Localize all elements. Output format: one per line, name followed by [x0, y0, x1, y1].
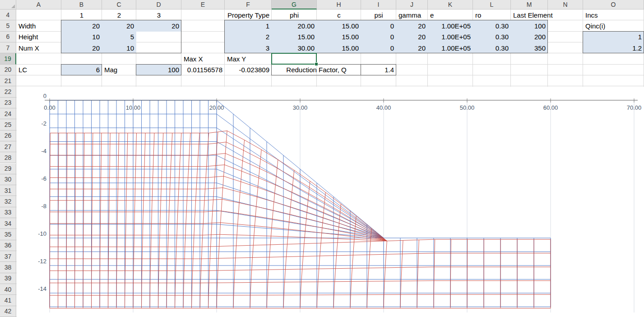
- cell-I20[interactable]: 1.4: [361, 65, 396, 75]
- row-header-28[interactable]: 28: [0, 152, 16, 163]
- cell-L5[interactable]: 0.30: [473, 20, 511, 31]
- cell-J6[interactable]: 20: [396, 32, 428, 42]
- fill-handle[interactable]: [315, 62, 318, 66]
- column-header-G[interactable]: G: [272, 0, 317, 9]
- cell-B7[interactable]: 20: [61, 42, 102, 53]
- cell-D4[interactable]: 3: [136, 9, 181, 20]
- row-header-42[interactable]: 42: [0, 306, 16, 317]
- cell-G5[interactable]: 20.00: [272, 20, 317, 31]
- cell-I7[interactable]: 0: [361, 42, 396, 53]
- row-header-21[interactable]: 21: [0, 75, 16, 86]
- cell-K5[interactable]: 1.00E+05: [428, 20, 473, 31]
- cell-C6[interactable]: 5: [102, 32, 136, 42]
- row-header-22[interactable]: 22: [0, 86, 16, 97]
- cell-F7[interactable]: 3: [225, 42, 272, 53]
- row-header-5[interactable]: 5: [0, 20, 16, 31]
- cell-H4[interactable]: c: [317, 9, 361, 20]
- cell-M4[interactable]: Last Element: [511, 9, 548, 20]
- cell-G4[interactable]: phi: [272, 9, 317, 20]
- cell-C4[interactable]: 2: [102, 9, 136, 20]
- cell-A7[interactable]: Num X: [16, 42, 61, 53]
- row-header-26[interactable]: 26: [0, 131, 16, 141]
- row-header-6[interactable]: 6: [0, 32, 16, 42]
- cell-I4[interactable]: psi: [361, 9, 396, 20]
- cell-O5[interactable]: Qinc(i): [583, 20, 644, 31]
- row-header-38[interactable]: 38: [0, 262, 16, 273]
- cell-C5[interactable]: 20: [102, 20, 136, 31]
- column-header-L[interactable]: L: [473, 0, 511, 9]
- column-header-M[interactable]: M: [511, 0, 548, 9]
- cell-M7[interactable]: 350: [511, 42, 548, 53]
- cell-L4[interactable]: ro: [473, 9, 511, 20]
- row-header-19[interactable]: 19: [0, 53, 16, 64]
- column-header-D[interactable]: D: [136, 0, 181, 9]
- cell-B5[interactable]: 20: [61, 20, 102, 31]
- cell-I6[interactable]: 0: [361, 32, 396, 42]
- row-header-31[interactable]: 31: [0, 185, 16, 196]
- cell-G7[interactable]: 30.00: [272, 42, 317, 53]
- cell-L6[interactable]: 0.30: [473, 32, 511, 42]
- cell-H5[interactable]: 15.00: [317, 20, 361, 31]
- row-header-36[interactable]: 36: [0, 240, 16, 251]
- cell-F20[interactable]: -0.023809: [225, 65, 272, 75]
- cell-A6[interactable]: Height: [16, 32, 61, 42]
- cell-K7[interactable]: 1.00E+05: [428, 42, 473, 53]
- column-header-J[interactable]: J: [396, 0, 428, 9]
- column-header-F[interactable]: F: [225, 0, 272, 9]
- column-header-I[interactable]: I: [361, 0, 396, 9]
- row-header-40[interactable]: 40: [0, 284, 16, 295]
- cell-J5[interactable]: 20: [396, 20, 428, 31]
- cell-E19[interactable]: Max X: [181, 53, 225, 64]
- cell-G20[interactable]: Reduction Factor, Q: [272, 65, 361, 75]
- cell-A5[interactable]: Width: [16, 20, 61, 31]
- column-header-A[interactable]: A: [16, 0, 61, 9]
- row-header-27[interactable]: 27: [0, 141, 16, 152]
- cell-L7[interactable]: 0.30: [473, 42, 511, 53]
- row-header-33[interactable]: 33: [0, 207, 16, 218]
- row-header-35[interactable]: 35: [0, 229, 16, 240]
- cell-A20[interactable]: LC: [16, 65, 61, 75]
- mesh-chart[interactable]: 0.0010.0020.0030.0040.0050.0060.0070.000…: [17, 87, 644, 317]
- cell-D20[interactable]: 100: [136, 65, 181, 75]
- cell-G6[interactable]: 15.00: [272, 32, 317, 42]
- cell-I5[interactable]: 0: [361, 20, 396, 31]
- column-header-C[interactable]: C: [102, 0, 136, 9]
- select-all-corner[interactable]: [0, 0, 16, 9]
- column-header-B[interactable]: B: [61, 0, 102, 9]
- row-header-34[interactable]: 34: [0, 218, 16, 229]
- cell-J4[interactable]: gamma: [396, 9, 428, 20]
- row-header-24[interactable]: 24: [0, 108, 16, 119]
- row-header-20[interactable]: 20: [0, 65, 16, 75]
- cell-O7[interactable]: 1.2: [583, 42, 644, 53]
- row-header-37[interactable]: 37: [0, 251, 16, 262]
- row-header-32[interactable]: 32: [0, 196, 16, 207]
- row-header-4[interactable]: 4: [0, 9, 16, 20]
- column-header-K[interactable]: K: [428, 0, 473, 9]
- cell-B6[interactable]: 10: [61, 32, 102, 42]
- row-header-41[interactable]: 41: [0, 295, 16, 306]
- cell-M6[interactable]: 200: [511, 32, 548, 42]
- row-header-25[interactable]: 25: [0, 119, 16, 130]
- cell-F5[interactable]: 1: [225, 20, 272, 31]
- column-header-E[interactable]: E: [181, 0, 225, 9]
- column-header-N[interactable]: N: [548, 0, 583, 9]
- row-header-30[interactable]: 30: [0, 174, 16, 185]
- cell-J7[interactable]: 20: [396, 42, 428, 53]
- cell-F4[interactable]: Property Type: [225, 9, 272, 20]
- cell-K4[interactable]: e: [428, 9, 473, 20]
- cell-B4[interactable]: 1: [61, 9, 102, 20]
- cell-H7[interactable]: 15.00: [317, 42, 361, 53]
- cell-F6[interactable]: 2: [225, 32, 272, 42]
- row-header-29[interactable]: 29: [0, 163, 16, 174]
- cell-E20[interactable]: 0.01156578: [181, 65, 225, 75]
- cell-O4[interactable]: Incs: [583, 9, 644, 20]
- row-header-39[interactable]: 39: [0, 273, 16, 284]
- cell-C20[interactable]: Mag: [102, 65, 136, 75]
- cell-F19[interactable]: Max Y: [225, 53, 272, 64]
- cell-C7[interactable]: 10: [102, 42, 136, 53]
- row-header-23[interactable]: 23: [0, 98, 16, 108]
- cell-O6[interactable]: 1: [583, 32, 644, 42]
- column-header-H[interactable]: H: [317, 0, 361, 9]
- cell-D5[interactable]: 20: [136, 20, 181, 31]
- cell-B20[interactable]: 6: [61, 65, 102, 75]
